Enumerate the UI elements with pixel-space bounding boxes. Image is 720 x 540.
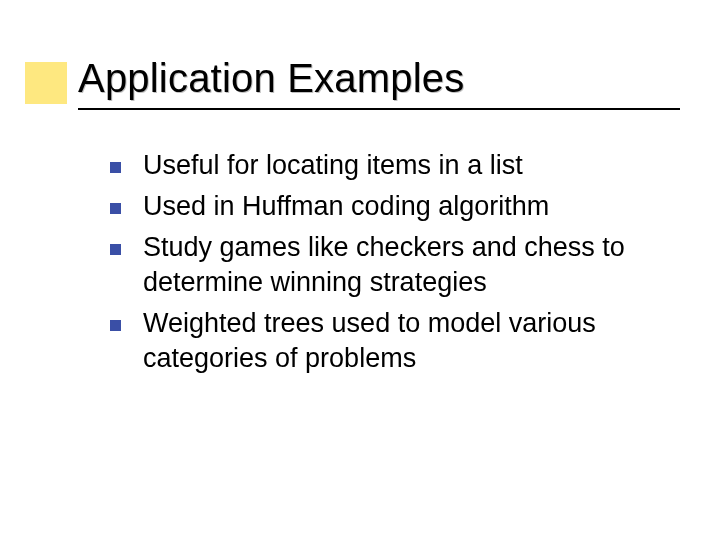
square-bullet-icon <box>110 203 121 214</box>
list-item-text: Study games like checkers and chess to d… <box>143 230 670 300</box>
title-accent-block <box>25 62 67 104</box>
list-item-text: Weighted trees used to model various cat… <box>143 306 670 376</box>
slide-body: Useful for locating items in a list Used… <box>110 148 670 383</box>
title-container: Application Examples <box>78 56 680 110</box>
slide: Application Examples Useful for locating… <box>0 0 720 540</box>
slide-title: Application Examples <box>78 56 680 110</box>
list-item-text: Useful for locating items in a list <box>143 148 670 183</box>
square-bullet-icon <box>110 244 121 255</box>
list-item: Study games like checkers and chess to d… <box>110 230 670 300</box>
list-item: Used in Huffman coding algorithm <box>110 189 670 224</box>
list-item: Useful for locating items in a list <box>110 148 670 183</box>
square-bullet-icon <box>110 320 121 331</box>
list-item: Weighted trees used to model various cat… <box>110 306 670 376</box>
square-bullet-icon <box>110 162 121 173</box>
list-item-text: Used in Huffman coding algorithm <box>143 189 670 224</box>
